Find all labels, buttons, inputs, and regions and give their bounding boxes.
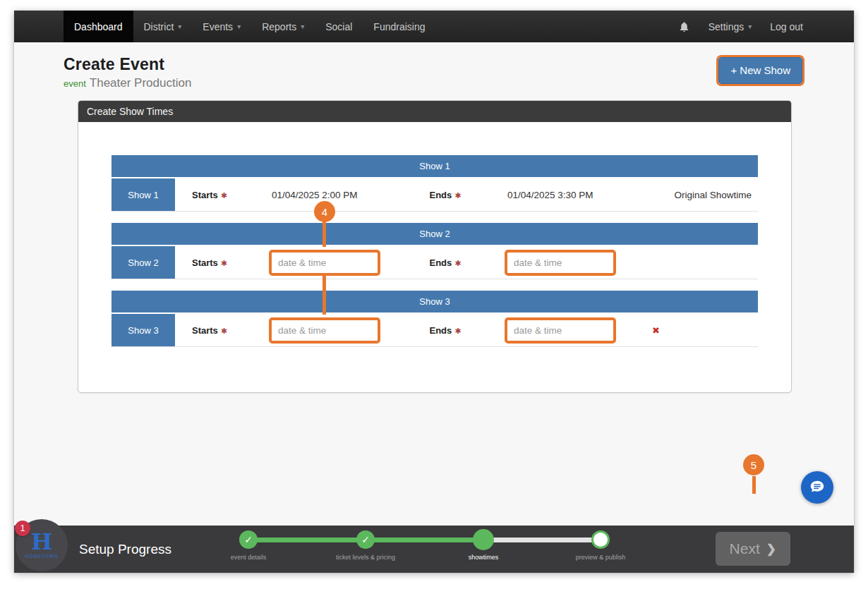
event-type-tag: event <box>64 78 86 89</box>
required-asterisk-icon: ✱ <box>221 191 227 200</box>
show-block-3: Show 3 Show 3 Starts✱ Ends✱ <box>111 291 758 347</box>
original-showtime-note: Original Showtime <box>622 190 758 200</box>
show3-ends-input[interactable] <box>507 320 613 341</box>
annotation-highlight-box <box>269 250 380 276</box>
required-asterisk-icon: ✱ <box>221 327 227 335</box>
nav-item-label: Settings <box>709 21 745 32</box>
annotation-line <box>323 273 326 315</box>
chevron-down-icon: ▾ <box>237 23 241 30</box>
nav-item-label: Reports <box>262 21 296 32</box>
chevron-down-icon: ▾ <box>301 23 304 30</box>
step-label-preview-publish: preview & publish <box>541 554 661 561</box>
annotation-line <box>752 476 756 494</box>
starts-label: Starts✱ <box>175 325 269 336</box>
panel-title: Create Show Times <box>78 101 791 122</box>
table-row: Show 2 Starts✱ Ends✱ <box>111 246 758 279</box>
nav-item-logout[interactable]: Log out <box>770 21 803 32</box>
show-block-2: Show 2 Show 2 Starts✱ Ends✱ <box>111 223 758 279</box>
step-dot-showtimes <box>473 529 494 550</box>
nav-item-label: Dashboard <box>74 21 123 32</box>
main-content: Create Event eventTheater Production + N… <box>14 42 854 526</box>
notification-badge: 1 <box>15 521 30 536</box>
show2-ends-input[interactable] <box>507 253 613 273</box>
ends-label: Ends✱ <box>386 325 505 336</box>
nav-item-social[interactable]: Social <box>315 11 363 42</box>
check-icon: ✓ <box>361 534 370 545</box>
nav-item-fundraising[interactable]: Fundraising <box>363 11 435 42</box>
nav-item-events[interactable]: Events ▾ <box>192 11 251 42</box>
show-block-1: Show 1 Show 1 Starts✱ 01/04/2025 2:00 PM… <box>111 155 758 212</box>
required-asterisk-icon: ✱ <box>221 259 227 267</box>
show2-starts-input[interactable] <box>272 253 378 273</box>
annotation-marker-4: 4 <box>314 201 335 222</box>
nav-item-label: District <box>144 21 174 32</box>
next-button-label: Next <box>730 540 760 557</box>
nav-item-label: Log out <box>770 21 803 32</box>
ends-label: Ends✱ <box>386 257 505 268</box>
show-row-label: Show 3 <box>111 314 175 346</box>
progress-line-upcoming <box>483 538 601 542</box>
annotation-marker-5: 5 <box>743 454 764 475</box>
table-row: Show 1 Starts✱ 01/04/2025 2:00 PM Ends✱ … <box>111 178 758 212</box>
annotation-highlight-box: + New Show <box>716 55 804 86</box>
show1-ends-value: 01/04/2025 3:30 PM <box>505 190 593 200</box>
required-asterisk-icon: ✱ <box>454 191 461 200</box>
app-window: Dashboard District ▾ Events ▾ Reports ▾ … <box>14 11 854 573</box>
show-row-label: Show 1 <box>111 178 175 211</box>
create-show-times-panel: Create Show Times Show 1 Show 1 Starts✱ … <box>78 100 792 393</box>
table-row: Show 3 Starts✱ Ends✱ <box>111 314 758 347</box>
show1-starts-value: 01/04/2025 2:00 PM <box>269 190 358 200</box>
nav-item-reports[interactable]: Reports ▾ <box>251 11 315 42</box>
nav-item-settings[interactable]: Settings ▾ <box>709 21 752 32</box>
step-dot-ticket-levels: ✓ <box>356 530 375 549</box>
setup-progress-title: Setup Progress <box>79 542 171 557</box>
check-icon: ✓ <box>244 534 253 545</box>
starts-label: Starts✱ <box>175 190 269 200</box>
step-label-showtimes: showtimes <box>423 554 543 561</box>
annotation-line <box>323 221 326 247</box>
show-group-header: Show 1 <box>111 155 758 177</box>
bell-icon[interactable] <box>678 20 690 33</box>
show-row-label: Show 2 <box>111 246 175 279</box>
starts-label: Starts✱ <box>175 257 269 268</box>
chat-bubble-icon[interactable] <box>801 471 833 504</box>
new-show-button[interactable]: + New Show <box>718 57 802 84</box>
step-label-event-details: event details <box>188 554 308 561</box>
chevron-down-icon: ▾ <box>178 23 181 30</box>
chevron-down-icon: ▾ <box>748 23 752 30</box>
nav-item-label: Fundraising <box>373 21 425 32</box>
next-button[interactable]: Next ❯ <box>716 532 790 566</box>
logo-letter: H <box>31 532 52 552</box>
ends-label: Ends✱ <box>386 190 505 200</box>
hometown-logo[interactable]: H HOMETOWN 1 <box>16 519 68 571</box>
annotation-highlight-box <box>505 250 616 276</box>
required-asterisk-icon: ✱ <box>454 327 461 335</box>
chevron-right-icon: ❯ <box>766 542 776 557</box>
step-dot-preview-publish <box>591 530 610 549</box>
show-group-header: Show 3 <box>111 291 758 312</box>
show3-starts-input[interactable] <box>272 320 378 341</box>
step-label-ticket-levels: ticket levels & pricing <box>306 554 426 561</box>
page-title-block: Create Event eventTheater Production <box>64 55 191 90</box>
nav-item-district[interactable]: District ▾ <box>133 11 193 42</box>
remove-show-icon[interactable]: ✖ <box>652 325 752 336</box>
show-group-header: Show 2 <box>111 223 758 245</box>
required-asterisk-icon: ✱ <box>454 259 461 267</box>
annotation-highlight-box <box>505 317 616 344</box>
nav-item-label: Events <box>203 21 233 32</box>
progress-line-complete <box>248 538 483 542</box>
top-nav: Dashboard District ▾ Events ▾ Reports ▾ … <box>14 11 854 42</box>
annotation-highlight-box <box>269 317 380 344</box>
logo-name: HOMETOWN <box>25 554 58 559</box>
nav-item-label: Social <box>325 21 352 32</box>
event-name-subtitle: Theater Production <box>90 76 192 90</box>
page-title: Create Event <box>64 55 191 74</box>
setup-progress-bar: H HOMETOWN 1 Setup Progress ✓ ✓ event de… <box>14 526 854 573</box>
nav-item-dashboard[interactable]: Dashboard <box>64 11 133 42</box>
step-dot-event-details: ✓ <box>239 530 258 549</box>
